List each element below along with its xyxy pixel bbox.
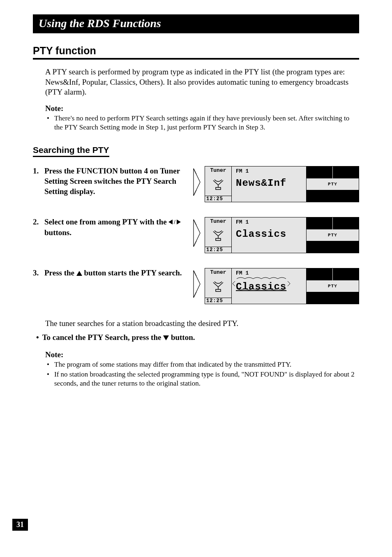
intro-paragraph: A PTY search is performed by program typ… [45,67,359,97]
step-text-post: buttons. [44,228,71,237]
up-triangle-icon [76,268,82,279]
step-body: Press the FUNCTION button 4 on Tuner Set… [44,166,185,196]
searching-decoration-icon [233,276,290,291]
antenna-icon [212,179,224,190]
pty-value: Classics [236,229,303,240]
screen-button-blank [306,190,359,202]
step-row: 1. Press the FUNCTION button 4 on Tuner … [33,166,359,202]
step-text: 2. Select one from among PTY with the / … [33,217,185,238]
screen-right-panel: PTY [306,166,359,202]
screen-wrap: Tuner 12:25 FM 1 News&Inf PTY [192,166,359,202]
note-item: The program of some stations may differ … [45,360,359,369]
pointer-icon [192,270,201,299]
screen-button-blank [306,217,333,229]
band-label: FM 1 [236,219,303,225]
screen-left-panel: Tuner 12:25 [205,268,232,304]
tuner-label: Tuner [210,167,226,173]
step-number: 1. [33,166,44,196]
screen-button-blank [333,217,359,229]
pointer-icon [192,168,201,197]
bullet-icon: • [36,333,39,342]
step-text-pre: Press the [44,268,76,277]
display-screen: Tuner 12:25 FM 1 Classics [205,268,359,304]
screen-button-blank [306,292,359,304]
step-number: 3. [33,268,44,279]
page-number: 31 [12,519,28,531]
cancel-line: • To cancel the PTY Search, press the bu… [36,333,359,343]
note-item: There's no need to perform PTY Search se… [45,114,359,132]
pty-button: PTY [306,178,359,190]
svg-text:/: / [173,219,176,225]
screen-button-blank [306,268,333,280]
screen-button-row [306,166,359,178]
note-label-1: Note: [45,104,359,113]
section-heading: PTY function [33,45,359,60]
step-text-post: button starts the PTY search. [82,268,182,277]
display-screen: Tuner 12:25 FM 1 Classics PTY [205,217,359,253]
screen-button-blank [333,268,359,280]
screen-mid-panel: FM 1 Classics [232,217,306,253]
step-number: 2. [33,217,44,238]
step-row: 3. Press the button starts the PTY searc… [33,268,359,304]
time-label: 12:25 [205,196,231,202]
time-label: 12:25 [205,247,231,253]
note-list-2: The program of some stations may differ … [45,360,359,388]
down-triangle-icon [163,333,169,342]
band-label: FM 1 [236,168,303,174]
step-body: Select one from among PTY with the / but… [44,217,185,238]
screen-button-blank [306,166,333,178]
cancel-text-post: button. [169,333,195,342]
screen-button-blank [333,166,359,178]
pointer-icon [192,219,201,248]
screen-right-panel: PTY [306,217,359,253]
cancel-text-pre: To cancel the PTY Search, press the [42,333,164,342]
screen-mid-panel: FM 1 News&Inf [232,166,306,202]
screen-mid-panel: FM 1 Classics [232,268,306,304]
step-body: Press the button starts the PTY search. [44,268,185,279]
antenna-icon [212,281,224,292]
step-text: 1. Press the FUNCTION button 4 on Tuner … [33,166,185,196]
left-right-arrows-icon: / [168,217,181,228]
screen-left-panel: Tuner 12:25 [205,217,232,253]
step-text: 3. Press the button starts the PTY searc… [33,268,185,279]
post-steps-text: The tuner searches for a station broadca… [45,319,359,328]
pty-value: News&Inf [236,178,303,189]
screen-right-panel: PTY [306,268,359,304]
note-label-2: Note: [45,350,359,359]
tuner-label: Tuner [210,269,226,275]
screen-wrap: Tuner 12:25 FM 1 Classics PTY [192,217,359,253]
step-text-pre: Select one from among PTY with the [44,217,168,226]
screen-button-row [306,268,359,280]
screen-button-blank [306,241,359,253]
step-row: 2. Select one from among PTY with the / … [33,217,359,253]
note-list-1: There's no need to perform PTY Search se… [45,114,359,132]
title-bar: Using the RDS Functions [33,14,359,33]
note-item: If no station broadcasting the selected … [45,370,359,388]
screen-wrap: Tuner 12:25 FM 1 Classics [192,268,359,304]
antenna-icon [212,230,224,241]
band-label: FM 1 [236,270,303,276]
sub-heading: Searching the PTY [33,145,109,157]
pty-button: PTY [306,280,359,292]
screen-button-row [306,217,359,229]
time-label: 12:25 [205,298,231,304]
pty-button: PTY [306,229,359,241]
tuner-label: Tuner [210,218,226,224]
screen-left-panel: Tuner 12:25 [205,166,232,202]
display-screen: Tuner 12:25 FM 1 News&Inf PTY [205,166,359,202]
